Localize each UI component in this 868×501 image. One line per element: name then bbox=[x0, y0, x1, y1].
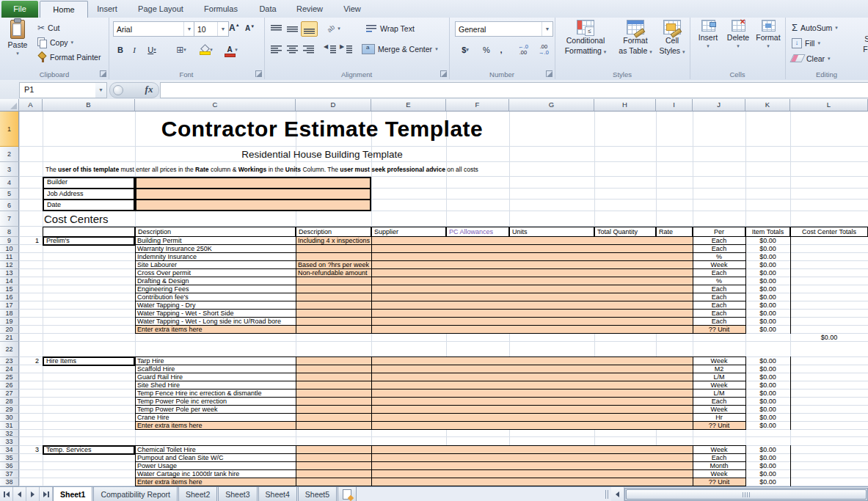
column-header-L[interactable]: L bbox=[790, 99, 868, 111]
row-header-28[interactable]: 28 bbox=[0, 398, 19, 406]
row-header-3[interactable]: 3 bbox=[0, 162, 19, 177]
row-header-31[interactable]: 31 bbox=[0, 422, 19, 430]
column-header-F[interactable]: F bbox=[446, 99, 509, 111]
table-header-pc-allowances[interactable]: PC Allowances bbox=[446, 227, 509, 237]
row-header-36[interactable]: 36 bbox=[0, 462, 19, 470]
table-header-blank[interactable] bbox=[43, 227, 135, 237]
row-header-30[interactable]: 30 bbox=[0, 414, 19, 422]
first-sheet-button[interactable] bbox=[0, 487, 13, 501]
cost-center-total-cell[interactable]: $0.00 bbox=[790, 334, 868, 342]
disclaimer-text[interactable]: The user of this template must enter all… bbox=[45, 162, 684, 177]
section-name-1[interactable]: Prelim's bbox=[43, 236, 135, 246]
item-total-cell[interactable]: $0.00 bbox=[745, 422, 790, 430]
row-header-32[interactable]: 32 bbox=[0, 430, 19, 437]
row-header-34[interactable]: 34 bbox=[0, 446, 19, 454]
row-header-21[interactable]: 21 bbox=[0, 334, 19, 342]
row-header-19[interactable]: 19 bbox=[0, 318, 19, 326]
table-header-cost-center-totals[interactable]: Cost Center Totals bbox=[790, 227, 868, 237]
item-total-cell[interactable]: $0.00 bbox=[745, 454, 790, 462]
section-number-1[interactable]: 1 bbox=[19, 237, 40, 245]
table-header-rate[interactable]: Rate bbox=[656, 227, 693, 237]
row-header-20[interactable]: 20 bbox=[0, 326, 19, 334]
sheet-tab-sheet3[interactable]: Sheet3 bbox=[218, 487, 257, 501]
row-header-23[interactable]: 23 bbox=[0, 357, 19, 365]
column-header-C[interactable]: C bbox=[135, 99, 296, 111]
info-label-job-address[interactable]: Job Address bbox=[45, 189, 132, 198]
section-number-3[interactable]: 3 bbox=[19, 446, 40, 454]
item-total-cell[interactable]: $0.00 bbox=[745, 326, 790, 334]
table-header-units[interactable]: Units bbox=[509, 227, 594, 237]
select-all-corner[interactable] bbox=[0, 99, 19, 111]
last-sheet-button[interactable] bbox=[40, 487, 53, 501]
sheet-tab-sheet2[interactable]: Sheet2 bbox=[178, 487, 217, 501]
column-header-D[interactable]: D bbox=[296, 99, 371, 111]
row-header-24[interactable]: 24 bbox=[0, 365, 19, 373]
row-header-7[interactable]: 7 bbox=[0, 211, 19, 227]
item-total-cell[interactable]: $0.00 bbox=[745, 462, 790, 470]
horizontal-scrollbar-thumb[interactable] bbox=[626, 489, 867, 500]
item-total-cell[interactable]: $0.00 bbox=[745, 381, 790, 390]
item-total-cell[interactable]: $0.00 bbox=[745, 470, 790, 478]
table-header-description[interactable]: Description bbox=[135, 227, 296, 237]
horizontal-scrollbar[interactable] bbox=[624, 488, 868, 501]
row-header-27[interactable]: 27 bbox=[0, 390, 19, 398]
row-header-16[interactable]: 16 bbox=[0, 293, 19, 301]
item-total-cell[interactable]: $0.00 bbox=[745, 373, 790, 381]
item-total-cell[interactable]: $0.00 bbox=[745, 253, 790, 261]
hscroll-left-button[interactable] bbox=[611, 487, 624, 501]
section-name-3[interactable]: Temp. Services bbox=[43, 445, 135, 455]
item-total-cell[interactable]: $0.00 bbox=[745, 406, 790, 414]
table-header-total-quantity[interactable]: Total Quantity bbox=[594, 227, 656, 237]
section-name-2[interactable]: Hire Items bbox=[43, 356, 135, 366]
item-total-cell[interactable]: $0.00 bbox=[745, 285, 790, 293]
column-header-B[interactable]: B bbox=[43, 99, 135, 111]
previous-sheet-button[interactable] bbox=[13, 487, 26, 501]
column-header-K[interactable]: K bbox=[745, 99, 790, 111]
sheet-title[interactable]: Contractor Estimate Template bbox=[135, 111, 509, 147]
table-header-supplier[interactable]: Supplier bbox=[371, 227, 446, 237]
item-total-cell[interactable]: $0.00 bbox=[745, 357, 790, 365]
cost-centers-heading[interactable]: Cost Centers bbox=[44, 211, 264, 227]
row-header-4[interactable]: 4 bbox=[0, 177, 19, 189]
row-header-33[interactable]: 33 bbox=[0, 437, 19, 446]
column-header-E[interactable]: E bbox=[371, 99, 446, 111]
row-header-17[interactable]: 17 bbox=[0, 301, 19, 310]
table-header-per[interactable]: Per bbox=[693, 227, 745, 237]
item-total-cell[interactable]: $0.00 bbox=[745, 310, 790, 318]
row-header-13[interactable]: 13 bbox=[0, 269, 19, 277]
row-header-14[interactable]: 14 bbox=[0, 277, 19, 285]
row-header-26[interactable]: 26 bbox=[0, 381, 19, 390]
item-total-cell[interactable]: $0.00 bbox=[745, 398, 790, 406]
sheet-tab-sheet5[interactable]: Sheet5 bbox=[298, 487, 337, 501]
row-header-6[interactable]: 6 bbox=[0, 200, 19, 211]
tab-split-handle[interactable] bbox=[605, 490, 610, 499]
column-header-A[interactable]: A bbox=[19, 99, 43, 111]
row-header-2[interactable]: 2 bbox=[0, 147, 19, 162]
column-header-I[interactable]: I bbox=[656, 99, 693, 111]
table-header-description[interactable]: Description bbox=[296, 227, 371, 237]
item-total-cell[interactable]: $0.00 bbox=[745, 237, 790, 245]
column-header-H[interactable]: H bbox=[594, 99, 656, 111]
insert-worksheet-tab[interactable] bbox=[338, 487, 357, 501]
item-total-cell[interactable]: $0.00 bbox=[745, 245, 790, 253]
info-label-date[interactable]: Date bbox=[45, 200, 132, 210]
row-header-37[interactable]: 37 bbox=[0, 470, 19, 478]
row-header-18[interactable]: 18 bbox=[0, 310, 19, 318]
item-total-cell[interactable]: $0.00 bbox=[745, 414, 790, 422]
table-header-item-totals[interactable]: Item Totals bbox=[745, 227, 790, 237]
row-header-35[interactable]: 35 bbox=[0, 454, 19, 462]
item-total-cell[interactable]: $0.00 bbox=[745, 318, 790, 326]
section-number-2[interactable]: 2 bbox=[19, 357, 40, 365]
item-total-cell[interactable]: $0.00 bbox=[745, 365, 790, 373]
sheet-tab-compatibility-report[interactable]: Compatibility Report bbox=[93, 487, 178, 501]
info-label-builder[interactable]: Builder bbox=[45, 178, 132, 187]
item-total-cell[interactable]: $0.00 bbox=[745, 478, 790, 486]
row-header-9[interactable]: 9 bbox=[0, 237, 19, 245]
row-header-22[interactable]: 22 bbox=[0, 342, 19, 357]
item-total-cell[interactable]: $0.00 bbox=[745, 301, 790, 310]
sheet-tab-sheet1[interactable]: Sheet1 bbox=[53, 487, 92, 501]
row-header-15[interactable]: 15 bbox=[0, 285, 19, 293]
item-total-cell[interactable]: $0.00 bbox=[745, 261, 790, 269]
sheet-tab-sheet4[interactable]: Sheet4 bbox=[258, 487, 297, 501]
row-header-38[interactable]: 38 bbox=[0, 478, 19, 486]
